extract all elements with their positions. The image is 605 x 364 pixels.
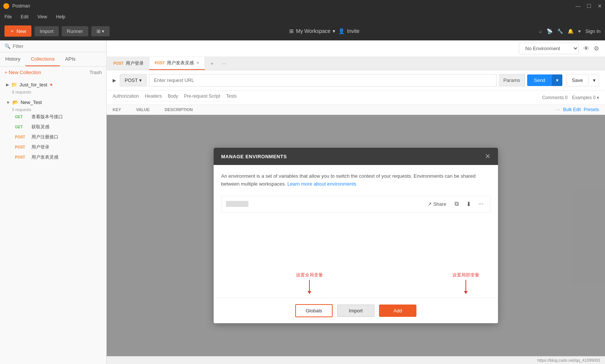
menu-help[interactable]: Help [55,13,67,20]
method-badge-get: GET [15,115,28,119]
app-logo: 🟠 [3,3,9,9]
request-name-1: 查看版本号接口 [31,114,63,120]
save-button[interactable]: Save [566,74,589,86]
tab-history[interactable]: History [0,52,25,66]
request-name-5: 用户发表灵感 [31,154,58,160]
save-dropdown-button[interactable]: ▾ [590,74,599,86]
close-button[interactable]: ✕ [598,3,602,9]
send-dropdown-button[interactable]: ▾ [552,74,562,86]
key-header: KEY [113,107,121,112]
chevron-right-icon: ▶ [6,82,9,87]
env-name-placeholder [226,201,248,207]
tab-collections[interactable]: Collections [25,52,60,66]
globals-button[interactable]: Globals [295,304,333,317]
tab-close-icon[interactable]: ✕ [196,61,199,65]
invite-button[interactable]: 👤 Invite [338,28,359,34]
wrench-icon[interactable]: 🔧 [557,28,563,34]
import-button-modal[interactable]: Import [337,305,375,317]
bell-icon[interactable]: 🔔 [568,28,574,34]
tab-apis[interactable]: APIs [60,52,80,66]
collection-item-2: ▼ 📂 New_Test 5 requests GET 查看版本号接口 GET … [0,96,106,164]
title-bar-left: 🟠 Postman [3,3,30,9]
examples-label[interactable]: Examples 0 ▾ [572,95,599,100]
more-options-button[interactable]: ··· [476,199,486,209]
request-item-5[interactable]: POST 用户发表灵感 [3,152,103,162]
request-sub-tabs: Authorization Headers Body Pre-request S… [113,91,236,101]
req-tab-pre[interactable]: Pre-request Script [184,94,220,101]
presets-button[interactable]: Presets [584,107,599,112]
req-tab-body[interactable]: Body [168,94,178,101]
modal-close-button[interactable]: ✕ [485,153,491,160]
window-controls[interactable]: — ☐ ✕ [575,3,602,9]
maximize-button[interactable]: ☐ [587,3,592,9]
filter-icon: 🔍 [4,43,10,49]
environment-selector[interactable]: No Environment [519,43,579,54]
sync-button[interactable]: ⊞ ▾ [91,26,110,36]
request-item-1[interactable]: GET 查看版本号接口 [3,112,103,122]
share-icon: ↗ [428,201,432,207]
collection-item: ▶ 📁 Just_for_test ★ 8 requests [0,78,106,96]
modal-overlay[interactable]: MANAGE ENVIRONMENTS ✕ An environment is … [107,115,605,356]
plus-icon: ＋ [10,28,15,34]
tab-method-badge-2: POST [155,61,165,65]
method-selector[interactable]: POST ▾ [120,74,147,86]
modal-footer: 设置全局变量 设置局部变量 [214,298,498,323]
request-item-2[interactable]: GET 获取灵感 [3,122,103,132]
folder-icon-2: 📂 [12,100,18,105]
tab-more-button[interactable]: ··· [219,58,229,68]
url-input[interactable] [149,74,496,86]
toolbar: ＋ New Import Runner ⊞ ▾ ⊞ My Workspace ▾… [0,22,605,40]
tab-add-button[interactable]: ＋ [205,58,219,69]
params-button[interactable]: Params [499,74,525,86]
toolbar-center: ⊞ My Workspace ▾ 👤 Invite [255,28,394,34]
req-tab-headers[interactable]: Headers [145,94,162,101]
duplicate-button[interactable]: ⧉ [452,199,461,209]
search-icon[interactable]: ⌕ [539,28,542,34]
bulk-edit-button[interactable]: Bulk Edit [563,107,581,112]
workspace-icon: ⊞ [289,28,294,34]
heart-icon[interactable]: ♥ [578,28,581,34]
runner-button[interactable]: Runner [62,26,88,36]
collection-header-2[interactable]: ▼ 📂 New_Test [3,97,103,107]
sidebar: 🔍 History Collections APIs + New Collect… [0,40,107,364]
empty-space [221,215,491,290]
filter-input[interactable] [13,43,102,49]
request-item-4[interactable]: POST 用户登录 [3,142,103,152]
eye-icon[interactable]: 👁 [583,45,589,52]
send-button[interactable]: Send [527,74,552,86]
import-button[interactable]: Import [34,26,59,36]
settings-icon[interactable]: ⚙ [594,45,599,52]
modal-body: An environment is a set of variables tha… [214,165,498,298]
signin-button[interactable]: Sign In [586,28,601,34]
learn-more-link[interactable]: Learn more about environments [287,181,356,187]
collection-header-1[interactable]: ▶ 📁 Just_for_test ★ [3,80,103,90]
trash-button[interactable]: Trash [89,70,102,75]
share-button[interactable]: ↗ Share [425,200,449,208]
download-button[interactable]: ⬇ [464,199,473,209]
value-header: VALUE [136,107,150,112]
bottom-bar: https://blog.csdn.net/qq_41099091 [107,356,605,364]
menu-edit[interactable]: Edit [19,13,30,20]
request-item-3[interactable]: POST 用户注册接口 [3,132,103,142]
menu-file[interactable]: File [3,13,13,20]
method-badge-post-2: POST [15,145,28,149]
satellite-icon[interactable]: 📡 [547,28,553,34]
new-collection-button[interactable]: + New Collection [4,70,41,75]
minimize-button[interactable]: — [575,3,581,9]
comments-examples: Comments 0 Examples 0 ▾ [542,95,599,100]
req-tab-auth[interactable]: Authorization [113,94,139,101]
menu-view[interactable]: View [36,13,49,20]
star-icon: ★ [49,82,53,87]
manage-environments-modal: MANAGE ENVIRONMENTS ✕ An environment is … [214,148,498,323]
chevron-down-icon: ▾ [333,28,335,34]
comments-label[interactable]: Comments 0 [542,95,568,100]
tab-request-2[interactable]: POST 用户发表灵感 ✕ [149,57,205,70]
expand-icon[interactable]: ▶ [113,78,116,83]
tab-request-1[interactable]: POST 用户登录 [108,57,149,70]
req-tab-tests[interactable]: Tests [226,94,236,101]
more-icon[interactable]: ··· [556,107,560,112]
workspace-selector[interactable]: ⊞ My Workspace ▾ [289,28,335,34]
main-layout: 🔍 History Collections APIs + New Collect… [0,40,605,364]
add-button[interactable]: Add [379,305,416,317]
new-button[interactable]: ＋ New [4,25,31,37]
